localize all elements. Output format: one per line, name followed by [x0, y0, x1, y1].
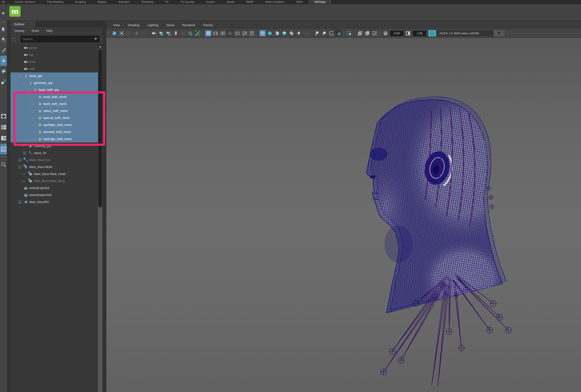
gear-icon[interactable]: [1, 11, 6, 15]
tree-item-persp[interactable]: persp: [10, 44, 98, 51]
wireframe-icon[interactable]: [260, 30, 266, 36]
field-guides-icon[interactable]: [234, 30, 240, 36]
shelf-tab-rigging[interactable]: Rigging: [92, 0, 112, 4]
shelf-menu-icon[interactable]: [0, 0, 9, 4]
toolbox-grip[interactable]: [0, 21, 6, 23]
tree-expander[interactable]: +: [23, 152, 26, 154]
lock-camera-icon[interactable]: [158, 30, 164, 36]
viewport-menu-view[interactable]: View: [109, 23, 124, 27]
wireframe-head-model[interactable]: [364, 95, 518, 389]
viewport-menu-renderer[interactable]: Renderer: [178, 23, 199, 27]
outliner-persp-layout[interactable]: [0, 144, 7, 154]
tree-item-Male-Base-Male-Head[interactable]: Male_Base:Male_Head: [10, 171, 98, 178]
tree-expander[interactable]: −: [23, 81, 26, 84]
tree-item-Male-BaseRN[interactable]: +Male_BaseRN: [10, 199, 98, 206]
tree-item-side[interactable]: side: [10, 65, 98, 72]
safe-action-icon[interactable]: [227, 30, 233, 36]
shelf-tab-poly-modeling[interactable]: Poly Modeling: [41, 0, 69, 4]
hud-icon[interactable]: [249, 30, 255, 36]
search-dropdown-icon[interactable]: [94, 38, 97, 40]
exposure-value-field[interactable]: 0.00: [390, 30, 404, 36]
tree-item-defaultObjectSet[interactable]: defaultObjectSet: [10, 192, 98, 199]
shelf-tab-sculpting[interactable]: Sculpting: [70, 0, 92, 4]
two-pane-layout[interactable]: [0, 133, 7, 143]
smooth-shade-icon[interactable]: [267, 30, 273, 36]
shadows-icon[interactable]: [303, 30, 309, 36]
anti-aliasing-icon[interactable]: [335, 30, 342, 36]
viewport-menu-show[interactable]: Show: [162, 23, 178, 27]
textured-icon[interactable]: [281, 30, 288, 36]
shelf-tab-fx[interactable]: FX: [160, 0, 175, 4]
tree-item-head-grp[interactable]: −head_grp: [10, 72, 98, 79]
scale-tool[interactable]: [0, 77, 7, 87]
paint-select-tool[interactable]: [0, 45, 7, 55]
grease-pencil-icon[interactable]: [194, 30, 201, 36]
pan-zoom-2d-icon[interactable]: [187, 30, 194, 36]
shelf-tab-rendering[interactable]: Rendering: [136, 0, 160, 4]
xray-joints-icon[interactable]: [364, 30, 370, 36]
four-pane-layout[interactable]: [0, 122, 7, 132]
isolate-select-icon[interactable]: [346, 30, 352, 36]
rotate-tool[interactable]: [0, 66, 7, 76]
search-input[interactable]: [20, 37, 94, 41]
view-axis-icon[interactable]: A: [111, 30, 118, 36]
colorspace-expand-icon[interactable]: [494, 30, 504, 36]
viewport-menu-lighting[interactable]: Lighting: [144, 23, 162, 27]
film-gate-icon[interactable]: [118, 30, 125, 36]
ssao-icon[interactable]: [328, 30, 334, 36]
shelf-tab-mash[interactable]: MASH: [240, 0, 260, 4]
shelf-tab-motion-graphics[interactable]: Motion Graphics: [260, 0, 290, 4]
move-tool[interactable]: [0, 56, 7, 66]
camera-attributes-icon[interactable]: [166, 30, 172, 36]
select-tool[interactable]: [0, 24, 7, 34]
outliner-panel-tab[interactable]: Outliner: [10, 21, 35, 27]
viewport-menu-panels[interactable]: Panels: [199, 23, 217, 27]
lighting-icon[interactable]: [296, 30, 302, 36]
single-pane-layout[interactable]: [0, 111, 7, 121]
tree-item-defaultLightSet[interactable]: defaultLightSet: [10, 185, 98, 192]
shelf-tab-custom[interactable]: Custom: [200, 0, 221, 4]
gate-mask-icon[interactable]: [133, 30, 139, 36]
tree-expander[interactable]: +: [18, 201, 21, 203]
megascans-shelf-icon[interactable]: m: [9, 6, 20, 17]
exposure-icon[interactable]: [382, 30, 389, 36]
tree-expander[interactable]: +: [18, 159, 21, 161]
shelf-tab-curves-surfaces[interactable]: Curves / Surfaces: [9, 0, 41, 4]
tree-item-Male-Base-Male-Body[interactable]: Male_Base:Male_Body: [10, 178, 98, 185]
grid-icon[interactable]: [205, 30, 212, 36]
scroll-up-icon[interactable]: [98, 44, 102, 48]
zoom-tool[interactable]: [0, 159, 7, 170]
toolbar-grip[interactable]: [379, 31, 381, 36]
outliner-menu-help[interactable]: Help: [46, 29, 52, 32]
shelf-tab-msplugin[interactable]: MSPlugin: [309, 0, 332, 4]
motion-blur-icon[interactable]: [321, 30, 327, 36]
tree-item-geometry-grp[interactable]: −geometry_grp: [10, 79, 98, 86]
image-display-icon[interactable]: [242, 30, 248, 36]
outliner-menu-display[interactable]: Display: [14, 29, 24, 32]
texture-placement-icon[interactable]: [314, 30, 320, 36]
viewport-menu-shading[interactable]: Shading: [124, 23, 144, 27]
shelf-tab-fx-caching[interactable]: FX Caching: [175, 0, 200, 4]
colorspace-select[interactable]: ACES 1.0 SDR-video (sRGB): [437, 30, 493, 36]
safe-display-icon[interactable]: [220, 30, 226, 36]
contrast-icon[interactable]: [405, 30, 411, 36]
filter-target-icon[interactable]: [12, 37, 16, 41]
xray-icon[interactable]: [357, 30, 363, 36]
tree-item-front[interactable]: front: [10, 58, 98, 65]
tree-expander[interactable]: −: [18, 166, 21, 168]
tree-item-top[interactable]: top: [10, 51, 98, 58]
shelf-tab-arnold[interactable]: Arnold: [221, 0, 240, 4]
bookmarks-icon[interactable]: [173, 30, 179, 36]
image-plane-icon[interactable]: [180, 30, 186, 36]
renderer-options-icon[interactable]: [371, 30, 378, 36]
shelf-tab-animation[interactable]: Animation: [112, 0, 136, 4]
resolution-gate-icon[interactable]: [126, 30, 132, 36]
shaded-wireframe-icon[interactable]: [274, 30, 280, 36]
color-management-toggle[interactable]: ON: [428, 30, 436, 36]
outliner-menu-show[interactable]: Show: [32, 29, 39, 32]
select-camera-icon[interactable]: [151, 30, 157, 36]
toolbar-grip[interactable]: [108, 31, 110, 36]
tree-item-spine-04[interactable]: +spine_04: [10, 149, 98, 156]
default-material-icon[interactable]: [288, 30, 295, 36]
tree-expander[interactable]: −: [28, 88, 30, 91]
